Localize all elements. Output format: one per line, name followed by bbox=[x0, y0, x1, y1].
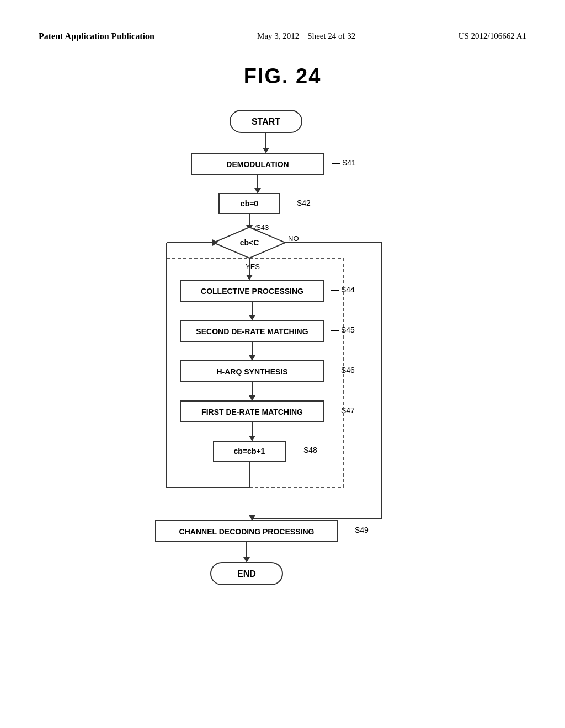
sheet-label: Sheet 24 of 32 bbox=[307, 31, 355, 40]
svg-text:COLLECTIVE PROCESSING: COLLECTIVE PROCESSING bbox=[201, 287, 303, 296]
svg-text:― S42: ― S42 bbox=[287, 199, 311, 207]
svg-text:― S48: ― S48 bbox=[294, 446, 317, 454]
svg-text:cb=cb+1: cb=cb+1 bbox=[234, 447, 265, 456]
svg-marker-49 bbox=[212, 239, 218, 246]
svg-text:cb=0: cb=0 bbox=[241, 199, 259, 208]
svg-text:CHANNEL DECODING PROCESSING: CHANNEL DECODING PROCESSING bbox=[179, 527, 315, 536]
svg-marker-36 bbox=[249, 395, 255, 401]
svg-text:― S41: ― S41 bbox=[332, 158, 356, 167]
svg-text:― S46: ― S46 bbox=[331, 366, 355, 374]
svg-marker-58 bbox=[243, 557, 250, 563]
publication-label: Patent Application Publication bbox=[39, 31, 154, 41]
flowchart: START DEMODULATION ― S41 cb=0 ― S42 cb<C… bbox=[89, 99, 476, 662]
svg-text:― S44: ― S44 bbox=[331, 285, 355, 294]
svg-text:END: END bbox=[237, 569, 256, 579]
svg-text:― S45: ― S45 bbox=[331, 325, 355, 334]
svg-marker-31 bbox=[249, 355, 255, 361]
svg-text:START: START bbox=[252, 117, 280, 126]
svg-text:― S49: ― S49 bbox=[345, 526, 369, 534]
svg-marker-21 bbox=[246, 275, 253, 280]
svg-marker-41 bbox=[249, 436, 255, 441]
date-label: May 3, 2012 bbox=[257, 31, 299, 40]
svg-text:YES: YES bbox=[246, 263, 260, 271]
svg-marker-8 bbox=[254, 188, 261, 194]
svg-marker-26 bbox=[249, 315, 255, 320]
svg-text:∕S43: ∕S43 bbox=[253, 223, 269, 232]
svg-text:SECOND DE-RATE MATCHING: SECOND DE-RATE MATCHING bbox=[196, 327, 308, 336]
svg-text:FIRST DE-RATE MATCHING: FIRST DE-RATE MATCHING bbox=[201, 408, 303, 416]
header-right: US 2012/106662 A1 bbox=[459, 30, 526, 42]
svg-text:DEMODULATION: DEMODULATION bbox=[226, 160, 289, 169]
header: Patent Application Publication May 3, 20… bbox=[0, 0, 565, 42]
figure-title: FIG. 24 bbox=[0, 65, 565, 88]
svg-text:― S47: ― S47 bbox=[331, 406, 355, 415]
svg-text:H-ARQ SYNTHESIS: H-ARQ SYNTHESIS bbox=[216, 367, 287, 376]
header-center: May 3, 2012 Sheet 24 of 32 bbox=[257, 30, 355, 42]
svg-text:NO: NO bbox=[288, 234, 299, 243]
svg-marker-3 bbox=[263, 148, 269, 153]
header-left: Patent Application Publication bbox=[39, 30, 154, 42]
svg-text:cb<C: cb<C bbox=[240, 238, 259, 247]
patent-number: US 2012/106662 A1 bbox=[459, 31, 526, 40]
page: Patent Application Publication May 3, 20… bbox=[0, 0, 565, 728]
